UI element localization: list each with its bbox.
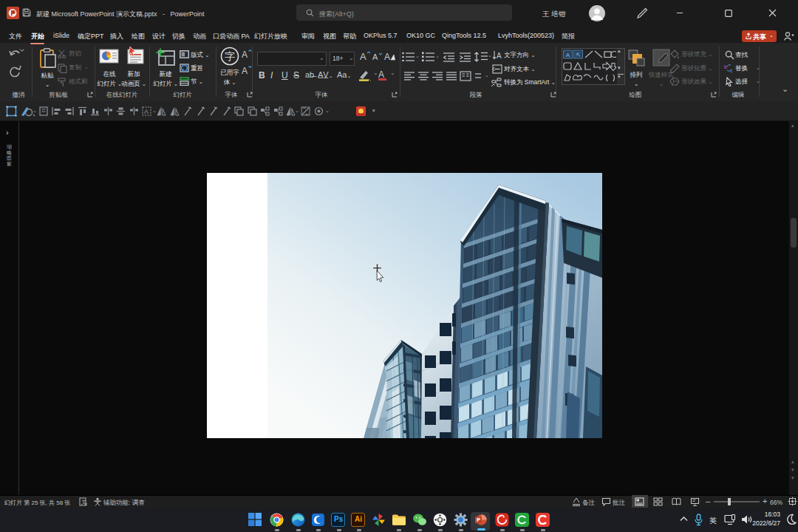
svg-text:A: A [372,52,378,61]
svg-text:A: A [242,66,248,76]
svg-text:字: 字 [225,50,235,62]
svg-text:A: A [497,52,502,60]
svg-text:⇱: ⇱ [576,52,581,58]
svg-text:P: P [477,516,480,523]
svg-text:A: A [384,52,390,62]
svg-text:A: A [566,52,570,58]
svg-text:b: b [724,64,727,69]
svg-text:A: A [144,108,149,115]
svg-text:A: A [360,51,366,62]
svg-text:A: A [242,50,248,60]
